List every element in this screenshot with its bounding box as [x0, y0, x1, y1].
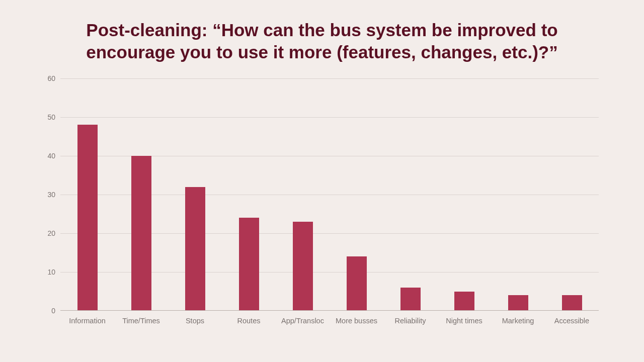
bar	[131, 156, 151, 311]
bar	[347, 256, 367, 311]
y-tick-label: 10	[40, 268, 55, 276]
chart-title: Post-cleaning: “How can the bus system b…	[40, 19, 604, 63]
x-tick-labels: InformationTime/TimesStopsRoutesApp/Tran…	[60, 313, 599, 336]
x-tick-label: More busses	[330, 313, 383, 336]
slide: Post-cleaning: “How can the bus system b…	[0, 0, 644, 362]
plot-area	[60, 78, 599, 311]
bar-slot	[437, 78, 491, 311]
bar-slot	[491, 78, 545, 311]
bar-slot	[330, 78, 383, 311]
x-tick-label: Night times	[437, 313, 491, 336]
bar-slot	[168, 78, 222, 311]
bar-chart: 0102030405060 InformationTime/TimesStops…	[40, 74, 604, 336]
x-tick-label: Reliability	[383, 313, 437, 336]
bar	[77, 125, 98, 311]
bar	[400, 288, 421, 311]
bar-slot	[114, 78, 168, 311]
x-tick-label: Time/Times	[114, 313, 168, 336]
bar	[562, 295, 582, 311]
x-tick-label: Marketing	[491, 313, 545, 336]
y-tick-label: 50	[40, 113, 55, 121]
y-tick-label: 20	[40, 229, 55, 237]
x-tick-label: Information	[60, 313, 114, 336]
bar-slot	[545, 78, 599, 311]
x-tick-label: Accessible	[545, 313, 599, 336]
y-tick-label: 40	[40, 152, 55, 160]
bar	[185, 187, 205, 311]
x-tick-label: Stops	[168, 313, 222, 336]
y-tick-label: 60	[40, 74, 55, 82]
bar	[454, 292, 474, 311]
bar	[508, 295, 528, 311]
x-axis-line	[60, 310, 599, 311]
y-tick-label: 30	[40, 191, 55, 199]
bar	[293, 222, 313, 311]
bar-slot	[60, 78, 114, 311]
bars-container	[60, 78, 599, 311]
bar-slot	[383, 78, 437, 311]
y-tick-label: 0	[40, 307, 55, 315]
x-tick-label: Routes	[222, 313, 276, 336]
bar-slot	[222, 78, 276, 311]
bar	[239, 218, 259, 311]
bar-slot	[276, 78, 330, 311]
x-tick-label: App/Transloc	[276, 313, 330, 336]
